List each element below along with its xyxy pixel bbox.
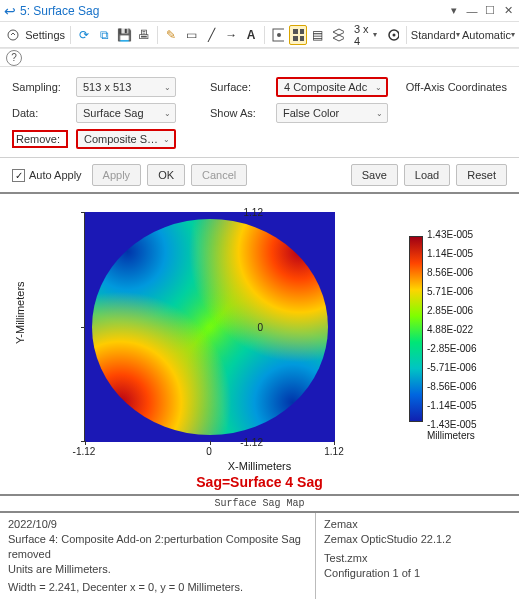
window-title: 5: Surface Sag	[20, 4, 99, 18]
title-bar: ↩ 5: Surface Sag ▾ — ☐ ✕	[0, 0, 519, 22]
line-icon[interactable]: ╱	[202, 25, 220, 45]
data-label: Data:	[12, 107, 68, 119]
close-icon[interactable]: ✕	[501, 4, 515, 18]
y-axis-label: Y-Millimeters	[14, 281, 26, 344]
save-icon[interactable]: 💾	[115, 25, 133, 45]
target-icon[interactable]	[384, 25, 402, 45]
footer-info: 2022/10/9 Surface 4: Composite Add-on 2:…	[0, 513, 519, 599]
load-button[interactable]: Load	[404, 164, 450, 186]
footer-file: Test.zmx	[324, 551, 511, 566]
heatmap-surface	[85, 212, 335, 442]
showas-combo[interactable]: False Color⌄	[276, 103, 388, 123]
ytick: 0	[257, 322, 263, 333]
svg-rect-5	[293, 36, 298, 41]
footer-width: Width = 2.241, Decenter x = 0, y = 0 Mil…	[8, 580, 307, 595]
parameter-panel: Sampling: 513 x 513⌄ Surface: 4 Composit…	[0, 67, 519, 158]
rect-icon[interactable]: ▭	[182, 25, 200, 45]
ytick: 1.12	[244, 207, 263, 218]
save-button[interactable]: Save	[351, 164, 398, 186]
colorbar	[409, 236, 423, 422]
automatic-dropdown[interactable]: Automatic	[462, 25, 515, 45]
colorbar-unit: Millimeters	[427, 430, 499, 441]
auto-apply-label: Auto Apply	[29, 169, 82, 181]
remove-combo[interactable]: Composite Sag⌄	[76, 129, 176, 149]
zoom-extent-icon[interactable]	[269, 25, 287, 45]
xtick: 1.12	[324, 446, 343, 457]
help-icon[interactable]: ?	[6, 50, 22, 66]
offaxis-label: Off-Axis Coordinates	[406, 81, 507, 93]
footer-units: Units are Millimeters.	[8, 562, 307, 577]
layers-icon[interactable]	[329, 25, 347, 45]
auto-apply-checkbox[interactable]: ✓ Auto Apply	[12, 169, 82, 182]
data-combo[interactable]: Surface Sag⌄	[76, 103, 176, 123]
x-axis-label: X-Millimeters	[0, 460, 519, 472]
svg-point-8	[392, 33, 395, 36]
window-icon[interactable]: ▤	[309, 25, 327, 45]
toolbar: Settings ⟳ ⧉ 💾 🖶 ✎ ▭ ╱ → A ▤ 3 x 4 Stand…	[0, 22, 519, 48]
pencil-icon[interactable]: ✎	[162, 25, 180, 45]
sampling-label: Sampling:	[12, 81, 68, 93]
action-row: ✓ Auto Apply Apply OK Cancel Save Load R…	[0, 158, 519, 194]
xtick: -1.12	[73, 446, 96, 457]
svg-rect-3	[293, 29, 298, 34]
back-icon[interactable]: ↩	[4, 4, 16, 18]
showas-label: Show As:	[210, 107, 268, 119]
footer-desc: Surface 4: Composite Add-on 2:perturbati…	[8, 532, 307, 562]
colorbar-ticks: 1.43E-005 1.14E-005 8.56E-006 5.71E-006 …	[427, 234, 499, 424]
footer-brand: Zemax	[324, 517, 511, 532]
footer-date: 2022/10/9	[8, 517, 307, 532]
chart-area: Y-Millimeters 1.12 0 -1.12 -1.12 0 1.12 …	[0, 194, 519, 494]
standard-dropdown[interactable]: Standard	[410, 25, 460, 45]
svg-rect-4	[300, 29, 304, 34]
footer-title: Surface Sag Map	[0, 496, 519, 511]
text-icon[interactable]: A	[242, 25, 260, 45]
arrow-icon[interactable]: →	[222, 25, 240, 45]
plot-axes	[84, 212, 334, 442]
svg-point-2	[277, 33, 281, 37]
ok-button[interactable]: OK	[147, 164, 185, 186]
print-icon[interactable]: 🖶	[135, 25, 153, 45]
cancel-button[interactable]: Cancel	[191, 164, 247, 186]
grid-view-icon[interactable]	[289, 25, 307, 45]
ytick: -1.12	[240, 437, 263, 448]
xtick: 0	[206, 446, 212, 457]
chart-annotation: Sag=Surface 4 Sag	[0, 474, 519, 490]
footer-config: Configuration 1 of 1	[324, 566, 511, 581]
svg-point-0	[8, 30, 18, 40]
remove-label: Remove:	[12, 130, 68, 148]
settings-expand-icon[interactable]	[4, 25, 22, 45]
svg-rect-6	[300, 36, 304, 41]
copy-icon[interactable]: ⧉	[95, 25, 113, 45]
footer-version: Zemax OpticStudio 22.1.2	[324, 532, 511, 547]
grid-size-dropdown[interactable]: 3 x 4	[349, 25, 382, 45]
apply-button[interactable]: Apply	[92, 164, 142, 186]
minimize-icon[interactable]: —	[465, 4, 479, 18]
refresh-icon[interactable]: ⟳	[75, 25, 93, 45]
maximize-icon[interactable]: ☐	[483, 4, 497, 18]
surface-combo[interactable]: 4 Composite Adc⌄	[276, 77, 388, 97]
surface-label: Surface:	[210, 81, 268, 93]
dropdown-icon[interactable]: ▾	[447, 4, 461, 18]
sampling-combo[interactable]: 513 x 513⌄	[76, 77, 176, 97]
settings-button[interactable]: Settings	[24, 25, 66, 45]
reset-button[interactable]: Reset	[456, 164, 507, 186]
